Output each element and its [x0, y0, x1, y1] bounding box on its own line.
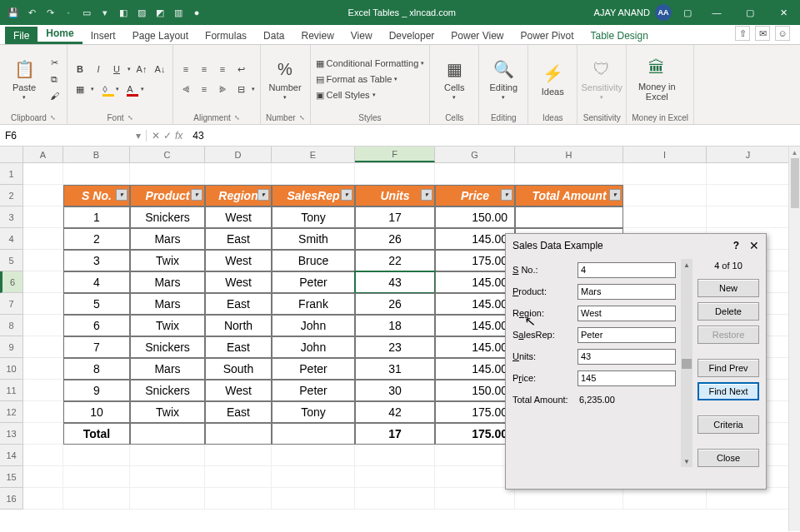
align-bottom-icon[interactable]: ≡	[215, 62, 230, 77]
tab-file[interactable]: File	[5, 27, 38, 44]
row-header[interactable]: 5	[0, 250, 23, 271]
cell[interactable]	[707, 488, 790, 510]
cell-product[interactable]: Snickers	[130, 336, 205, 358]
cell-units[interactable]: 23	[355, 336, 435, 358]
cell-product[interactable]: Twix	[130, 315, 205, 336]
cell[interactable]	[23, 466, 63, 488]
select-all-corner[interactable]	[0, 147, 23, 162]
cell-sno[interactable]: 8	[63, 358, 130, 380]
bold-button[interactable]: B	[72, 62, 88, 77]
row-header[interactable]: 6	[0, 271, 23, 293]
format-painter-icon[interactable]: 🖌	[47, 88, 62, 103]
restore-button[interactable]: Restore	[698, 326, 759, 344]
column-header-F[interactable]: F	[355, 147, 435, 162]
cell-salesrep[interactable]: Peter	[272, 271, 355, 293]
alignment-launcher-icon[interactable]: ⤡	[234, 114, 240, 122]
cell-salesrep[interactable]: Bruce	[272, 250, 355, 271]
table-header[interactable]: Total Amount▾	[515, 185, 623, 206]
find-next-button[interactable]: Find Next	[698, 382, 759, 400]
total-cell[interactable]	[205, 423, 272, 445]
cell-price[interactable]: 145.00	[435, 336, 515, 358]
cell[interactable]	[623, 488, 707, 510]
chevron-down-icon[interactable]: ▾	[141, 86, 144, 92]
share-button[interactable]: ⇧	[735, 26, 750, 41]
row-header[interactable]: 2	[0, 185, 23, 206]
row-header[interactable]: 10	[0, 358, 23, 380]
save-icon[interactable]: 💾	[7, 6, 20, 19]
cell-price[interactable]: 150.00	[435, 380, 515, 401]
form-scrollbar[interactable]: ▲ ▼	[681, 259, 692, 467]
fill-color-icon[interactable]: ◊	[98, 82, 112, 97]
price-input[interactable]	[578, 370, 676, 386]
cell[interactable]	[23, 250, 63, 271]
tab-page-layout[interactable]: Page Layout	[124, 27, 197, 44]
filter-icon[interactable]: ▾	[116, 189, 128, 201]
cell-sno[interactable]: 7	[63, 336, 130, 358]
qat-btn2-icon[interactable]: ▨	[135, 6, 148, 19]
align-top-icon[interactable]: ≡	[178, 62, 193, 77]
number-format-button[interactable]: % Number ▾	[266, 57, 304, 101]
cell[interactable]	[23, 445, 63, 466]
cell-price[interactable]: 145.00	[435, 315, 515, 336]
column-header-A[interactable]: A	[23, 147, 63, 162]
cell-units[interactable]: 42	[355, 401, 435, 423]
cell-units[interactable]: 22	[355, 250, 435, 271]
help-icon[interactable]: ?	[733, 240, 739, 251]
column-header-H[interactable]: H	[515, 147, 623, 162]
total-cell[interactable]	[272, 423, 355, 445]
column-header-J[interactable]: J	[707, 147, 790, 162]
cell[interactable]	[23, 206, 63, 228]
row-header[interactable]: 11	[0, 380, 23, 401]
cell-sno[interactable]: 2	[63, 228, 130, 250]
filter-icon[interactable]: ▾	[341, 189, 352, 201]
cell[interactable]	[63, 488, 130, 510]
sensitivity-button[interactable]: 🛡 Sensitivity ▾	[582, 57, 621, 101]
cell[interactable]	[515, 163, 623, 185]
cell-region[interactable]: East	[205, 228, 272, 250]
cell-units[interactable]: 26	[355, 293, 435, 315]
scrollbar-thumb[interactable]	[791, 158, 799, 208]
number-launcher-icon[interactable]: ⤡	[299, 114, 305, 122]
tab-power-view[interactable]: Power View	[442, 27, 512, 44]
cell-product[interactable]: Mars	[130, 228, 205, 250]
autosave-icon[interactable]: ●	[190, 6, 203, 19]
cell-region[interactable]: West	[205, 250, 272, 271]
cell[interactable]	[355, 163, 435, 185]
cell-region[interactable]: North	[205, 315, 272, 336]
cell[interactable]	[205, 445, 272, 466]
filter-icon[interactable]: ▾	[191, 189, 202, 201]
row-header[interactable]: 13	[0, 423, 23, 445]
cell[interactable]	[205, 466, 272, 488]
cell-sno[interactable]: 1	[63, 206, 130, 228]
align-left-icon[interactable]: ⫷	[178, 82, 193, 97]
tab-view[interactable]: View	[342, 27, 381, 44]
font-color-icon[interactable]: A	[122, 82, 138, 97]
paste-button[interactable]: 📋 Paste ▾	[5, 57, 43, 101]
row-header[interactable]: 8	[0, 315, 23, 336]
cell-price[interactable]: 145.00	[435, 228, 515, 250]
cell-salesrep[interactable]: Tony	[272, 401, 355, 423]
tab-formulas[interactable]: Formulas	[197, 27, 255, 44]
cell[interactable]	[63, 466, 130, 488]
money-button[interactable]: 🏛 Money in Excel	[632, 57, 682, 102]
cell-region[interactable]: South	[205, 358, 272, 380]
table-header[interactable]: S No.▾	[63, 185, 130, 206]
cell[interactable]	[272, 488, 355, 510]
cell-styles-button[interactable]: ▣Cell Styles▾	[316, 90, 425, 101]
cell-sno[interactable]: 3	[63, 250, 130, 271]
cell[interactable]	[23, 423, 63, 445]
cell[interactable]	[130, 445, 205, 466]
cell-region[interactable]: West	[205, 271, 272, 293]
cell[interactable]	[272, 163, 355, 185]
cell-sno[interactable]: 4	[63, 271, 130, 293]
cell-salesrep[interactable]: John	[272, 336, 355, 358]
row-header[interactable]: 9	[0, 336, 23, 358]
column-header-G[interactable]: G	[435, 147, 515, 162]
cell-sno[interactable]: 9	[63, 380, 130, 401]
qat-more-icon[interactable]: ▾	[98, 6, 112, 19]
cut-icon[interactable]: ✂	[47, 55, 62, 70]
salesrep-input[interactable]	[578, 327, 676, 343]
cell[interactable]	[435, 466, 515, 488]
region-input[interactable]	[578, 306, 676, 321]
total-price[interactable]: 175.00	[435, 423, 515, 445]
